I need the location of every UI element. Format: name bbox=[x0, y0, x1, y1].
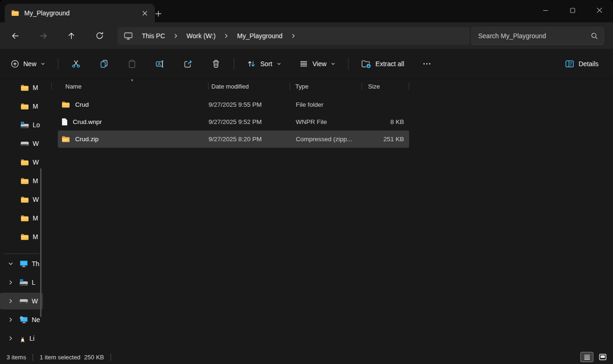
sidebar-item[interactable]: W bbox=[0, 135, 43, 152]
sidebar-item-label: M bbox=[33, 214, 38, 222]
sidebar-item-label: W bbox=[33, 158, 39, 166]
file-type: WNPR File bbox=[290, 118, 362, 125]
sidebar-item[interactable]: M bbox=[0, 79, 43, 96]
selection-info: 1 item selected 250 KB bbox=[40, 354, 104, 361]
details-button[interactable]: Details bbox=[560, 55, 604, 72]
column-header-size[interactable]: Size bbox=[362, 79, 409, 93]
breadcrumb-item[interactable]: Work (W:) bbox=[181, 30, 221, 42]
chevron-down-icon[interactable] bbox=[6, 261, 16, 266]
file-name: Crud.wnpr bbox=[73, 118, 102, 125]
sidebar-item[interactable]: L bbox=[0, 274, 43, 291]
search-box[interactable] bbox=[471, 27, 604, 45]
navigation-bar: This PCWork (W:)My_Playground bbox=[0, 22, 613, 49]
extract-all-button[interactable]: Extract all bbox=[356, 55, 409, 72]
details-button-label: Details bbox=[578, 60, 599, 68]
view-button[interactable]: View bbox=[294, 55, 341, 72]
sidebar-item[interactable]: W bbox=[0, 154, 43, 171]
file-rows: Crud9/27/2025 9:55 PMFile folderCrud.wnp… bbox=[58, 96, 409, 148]
sidebar-item-label: L bbox=[32, 279, 35, 286]
sidebar-scrollbar[interactable] bbox=[40, 168, 42, 317]
explorer-tab[interactable]: My_Playground bbox=[5, 4, 155, 22]
file-row[interactable]: Crud9/27/2025 9:55 PMFile folder bbox=[58, 96, 409, 113]
sidebar-item-label: W bbox=[33, 196, 39, 203]
cut-button[interactable] bbox=[66, 55, 86, 72]
sort-button[interactable]: Sort bbox=[242, 55, 286, 72]
drive-windows-icon bbox=[20, 279, 28, 286]
sort-icon bbox=[247, 59, 256, 69]
breadcrumb-chevron-icon[interactable] bbox=[288, 29, 299, 43]
close-button[interactable] bbox=[586, 0, 613, 21]
chevron-right-icon[interactable] bbox=[6, 280, 16, 285]
delete-button[interactable] bbox=[206, 55, 226, 72]
sidebar-item[interactable]: Li bbox=[0, 330, 43, 347]
file-explorer-window: My_Playground bbox=[0, 0, 613, 364]
sidebar-item[interactable]: W bbox=[0, 191, 43, 208]
details-view-button[interactable] bbox=[580, 352, 593, 362]
refresh-button[interactable] bbox=[91, 28, 107, 44]
column-header-date-modified[interactable]: Date modified bbox=[209, 79, 290, 93]
sidebar-item-label: M bbox=[33, 233, 38, 240]
file-date-modified: 9/27/2025 9:52 PM bbox=[209, 118, 290, 125]
this-pc-icon bbox=[20, 260, 28, 268]
chevron-down-icon bbox=[277, 62, 281, 66]
command-bar: New A Sort bbox=[0, 49, 613, 79]
column-header-name[interactable]: Name ˅ bbox=[51, 79, 209, 93]
view-toggles bbox=[580, 352, 609, 362]
tab-title: My_Playground bbox=[24, 9, 133, 17]
maximize-button[interactable] bbox=[559, 0, 586, 21]
file-row[interactable]: Crud.wnpr9/27/2025 9:52 PMWNPR File8 KB bbox=[58, 113, 409, 130]
this-pc-icon[interactable] bbox=[120, 29, 136, 43]
search-icon bbox=[591, 32, 598, 40]
rename-button[interactable]: A bbox=[150, 55, 170, 72]
breadcrumb-item[interactable]: This PC bbox=[136, 30, 171, 42]
breadcrumb-item[interactable]: My_Playground bbox=[231, 30, 288, 42]
forward-button[interactable] bbox=[35, 28, 51, 44]
sidebar-item[interactable]: M bbox=[0, 228, 43, 245]
extract-all-icon bbox=[361, 59, 371, 69]
status-divider bbox=[33, 354, 33, 361]
svg-text:A: A bbox=[158, 62, 160, 66]
address-bar[interactable]: This PCWork (W:)My_Playground bbox=[118, 27, 470, 45]
drive-windows-icon bbox=[21, 122, 29, 129]
sidebar-item[interactable]: Ne bbox=[0, 311, 43, 328]
extract-all-label: Extract all bbox=[376, 60, 404, 68]
drive-icon bbox=[21, 141, 29, 147]
column-header-type[interactable]: Type bbox=[290, 79, 362, 93]
file-row[interactable]: Crud.zip9/27/2025 8:20 PMCompressed (zip… bbox=[58, 130, 409, 148]
folder-icon bbox=[21, 234, 29, 240]
file-name: Crud.zip bbox=[75, 136, 98, 143]
back-button[interactable] bbox=[7, 28, 23, 44]
chevron-right-icon[interactable] bbox=[6, 317, 16, 322]
folder-icon bbox=[21, 178, 29, 185]
chevron-right-icon[interactable] bbox=[6, 299, 16, 303]
sidebar-item[interactable]: Th bbox=[0, 255, 43, 272]
sidebar-item[interactable]: M bbox=[0, 98, 43, 115]
new-tab-button[interactable] bbox=[151, 7, 165, 20]
linux-icon bbox=[20, 335, 26, 342]
selection-size: 250 KB bbox=[84, 354, 104, 361]
breadcrumb-chevron-icon[interactable] bbox=[171, 29, 181, 43]
chevron-right-icon[interactable] bbox=[6, 336, 16, 341]
details-pane-icon bbox=[565, 59, 574, 69]
copy-button[interactable] bbox=[94, 55, 114, 72]
file-type: File folder bbox=[290, 101, 362, 108]
sort-ascending-icon: ˅ bbox=[131, 79, 133, 82]
file-name-cell: Crud.zip bbox=[58, 136, 209, 143]
column-headers: Name ˅ Date modified Type Size bbox=[51, 79, 409, 93]
see-more-button[interactable] bbox=[417, 55, 437, 72]
sidebar-item[interactable]: W bbox=[0, 293, 43, 309]
large-icons-view-button[interactable] bbox=[596, 352, 609, 362]
tab-close-button[interactable] bbox=[138, 7, 151, 20]
file-date-modified: 9/27/2025 9:55 PM bbox=[209, 101, 290, 108]
sidebar-item[interactable]: Lo bbox=[0, 117, 43, 133]
share-button[interactable] bbox=[178, 55, 198, 72]
sidebar-item[interactable]: M bbox=[0, 172, 43, 189]
title-bar: My_Playground bbox=[0, 0, 613, 22]
up-button[interactable] bbox=[63, 28, 79, 44]
new-button[interactable]: New bbox=[6, 55, 50, 72]
minimize-button[interactable] bbox=[532, 0, 559, 21]
search-input[interactable] bbox=[477, 32, 591, 40]
paste-button[interactable] bbox=[122, 55, 142, 72]
sidebar-item[interactable]: M bbox=[0, 210, 43, 227]
breadcrumb-chevron-icon[interactable] bbox=[221, 29, 231, 43]
